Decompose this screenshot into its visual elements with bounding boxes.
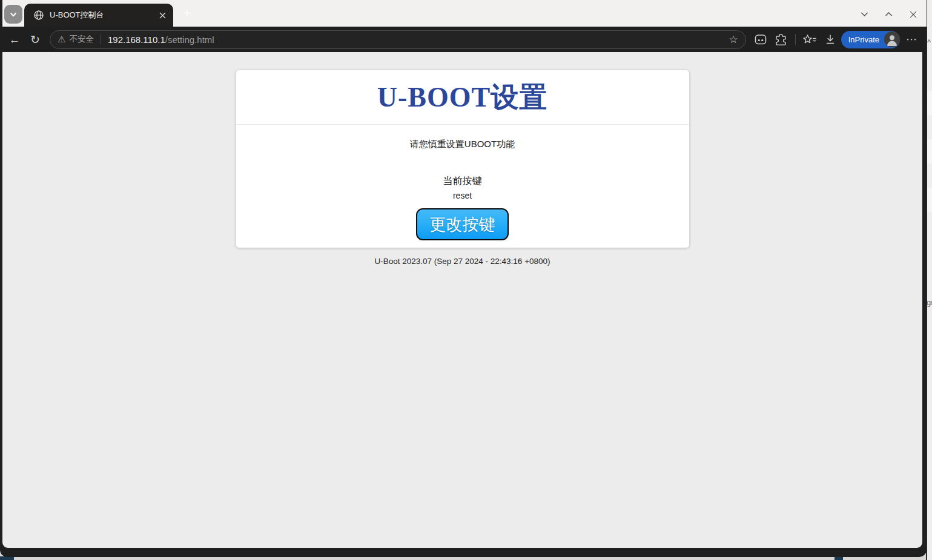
site-security-chip[interactable]: ⚠ 不安全 xyxy=(58,34,94,45)
url-text: 192.168.110.1/setting.html xyxy=(108,35,214,45)
card-body: 请您慎重设置UBOOT功能 当前按键 reset 更改按键 xyxy=(236,125,689,240)
downloads-icon[interactable] xyxy=(823,31,838,47)
uboot-version-footer: U-Boot 2023.07 (Sep 27 2024 - 22:43:16 +… xyxy=(2,257,922,266)
toolbar-divider xyxy=(795,34,796,45)
page-viewport: U-BOOT设置 请您慎重设置UBOOT功能 当前按键 reset 更改按键 U… xyxy=(2,52,922,548)
tab-close-icon[interactable] xyxy=(158,11,167,20)
extensions-icon[interactable] xyxy=(774,31,788,47)
avatar-icon xyxy=(884,31,900,47)
card-header: U-BOOT设置 xyxy=(236,70,689,125)
window-close-icon[interactable] xyxy=(907,8,919,21)
background-clipped-text: gra xyxy=(927,298,932,307)
new-tab-button[interactable]: + xyxy=(179,5,195,21)
url-path: /setting.html xyxy=(165,35,214,45)
tab-title: U-BOOT控制台 xyxy=(50,10,104,21)
current-key-value: reset xyxy=(236,191,689,200)
change-key-button[interactable]: 更改按键 xyxy=(416,208,509,240)
globe-icon xyxy=(33,10,44,21)
maximize-chevron-icon[interactable] xyxy=(882,8,895,21)
background-row xyxy=(927,188,932,212)
warning-icon: ⚠ xyxy=(58,34,65,45)
tab-actions-menu-button[interactable] xyxy=(4,5,22,24)
browser-toolbar: ← ↻ ⚠ 不安全 192.168.110.1/setting.html ☆ xyxy=(0,27,927,52)
tab-strip: U-BOOT控制台 + xyxy=(2,0,927,27)
tab-uboot-console[interactable]: U-BOOT控制台 xyxy=(24,4,173,27)
back-icon[interactable]: ← xyxy=(7,31,22,47)
add-favorite-star-icon[interactable]: ☆ xyxy=(729,33,738,46)
divider xyxy=(101,34,101,45)
inprivate-label: InPrivate xyxy=(848,35,879,44)
inprivate-profile-button[interactable]: InPrivate xyxy=(841,31,900,48)
background-row xyxy=(927,139,932,163)
current-key-label: 当前按键 xyxy=(236,175,689,188)
favorites-list-icon[interactable] xyxy=(802,31,817,47)
minimize-chevron-icon[interactable] xyxy=(858,8,871,21)
notice-text: 请您慎重设置UBOOT功能 xyxy=(236,139,689,150)
desktop: ^ gra U-BOOT控制台 xyxy=(0,0,932,560)
background-caret-glyph: ^ xyxy=(927,38,931,47)
address-bar[interactable]: ⚠ 不安全 192.168.110.1/setting.html ☆ xyxy=(50,30,746,49)
browser-window: U-BOOT控制台 + xyxy=(0,0,927,557)
browser-essentials-icon[interactable] xyxy=(753,31,768,47)
settings-more-icon[interactable]: ⋯ xyxy=(904,31,919,47)
background-window-sliver: ^ gra xyxy=(926,0,932,560)
not-secure-label: 不安全 xyxy=(69,34,94,45)
window-controls xyxy=(858,8,919,21)
refresh-icon[interactable]: ↻ xyxy=(28,31,42,47)
chevron-down-icon xyxy=(9,10,18,19)
url-host: 192.168.110.1 xyxy=(108,35,165,45)
uboot-settings-card: U-BOOT设置 请您慎重设置UBOOT功能 当前按键 reset 更改按键 xyxy=(236,70,690,248)
page-title: U-BOOT设置 xyxy=(377,79,547,116)
background-row xyxy=(927,91,932,115)
